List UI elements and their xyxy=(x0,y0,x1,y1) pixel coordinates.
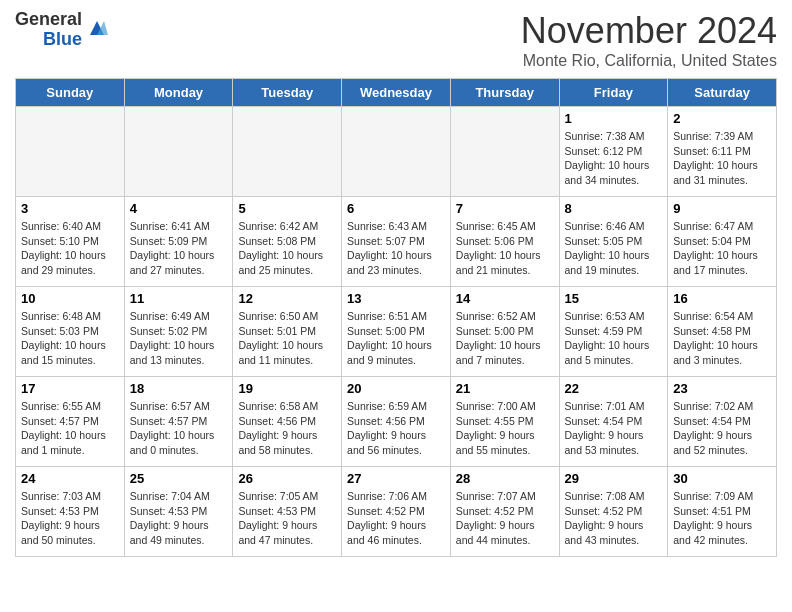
day-number: 24 xyxy=(21,471,119,486)
day-info: Sunrise: 6:51 AM Sunset: 5:00 PM Dayligh… xyxy=(347,309,445,368)
day-info: Sunrise: 6:59 AM Sunset: 4:56 PM Dayligh… xyxy=(347,399,445,458)
calendar-header-row: SundayMondayTuesdayWednesdayThursdayFrid… xyxy=(16,79,777,107)
calendar-cell: 5Sunrise: 6:42 AM Sunset: 5:08 PM Daylig… xyxy=(233,197,342,287)
calendar-cell: 10Sunrise: 6:48 AM Sunset: 5:03 PM Dayli… xyxy=(16,287,125,377)
day-info: Sunrise: 6:40 AM Sunset: 5:10 PM Dayligh… xyxy=(21,219,119,278)
calendar-cell: 25Sunrise: 7:04 AM Sunset: 4:53 PM Dayli… xyxy=(124,467,233,557)
col-header-thursday: Thursday xyxy=(450,79,559,107)
logo: General Blue xyxy=(15,10,108,50)
calendar-week-row: 1Sunrise: 7:38 AM Sunset: 6:12 PM Daylig… xyxy=(16,107,777,197)
day-number: 19 xyxy=(238,381,336,396)
day-info: Sunrise: 6:41 AM Sunset: 5:09 PM Dayligh… xyxy=(130,219,228,278)
day-number: 10 xyxy=(21,291,119,306)
day-number: 6 xyxy=(347,201,445,216)
day-number: 17 xyxy=(21,381,119,396)
day-info: Sunrise: 7:00 AM Sunset: 4:55 PM Dayligh… xyxy=(456,399,554,458)
day-number: 4 xyxy=(130,201,228,216)
calendar-cell xyxy=(233,107,342,197)
day-number: 28 xyxy=(456,471,554,486)
day-number: 8 xyxy=(565,201,663,216)
day-info: Sunrise: 7:05 AM Sunset: 4:53 PM Dayligh… xyxy=(238,489,336,548)
day-info: Sunrise: 6:42 AM Sunset: 5:08 PM Dayligh… xyxy=(238,219,336,278)
day-info: Sunrise: 7:09 AM Sunset: 4:51 PM Dayligh… xyxy=(673,489,771,548)
day-info: Sunrise: 6:54 AM Sunset: 4:58 PM Dayligh… xyxy=(673,309,771,368)
day-info: Sunrise: 6:49 AM Sunset: 5:02 PM Dayligh… xyxy=(130,309,228,368)
day-info: Sunrise: 6:46 AM Sunset: 5:05 PM Dayligh… xyxy=(565,219,663,278)
day-number: 30 xyxy=(673,471,771,486)
day-info: Sunrise: 6:47 AM Sunset: 5:04 PM Dayligh… xyxy=(673,219,771,278)
day-number: 5 xyxy=(238,201,336,216)
calendar-cell: 30Sunrise: 7:09 AM Sunset: 4:51 PM Dayli… xyxy=(668,467,777,557)
day-number: 12 xyxy=(238,291,336,306)
day-number: 1 xyxy=(565,111,663,126)
calendar-cell: 14Sunrise: 6:52 AM Sunset: 5:00 PM Dayli… xyxy=(450,287,559,377)
location-title: Monte Rio, California, United States xyxy=(521,52,777,70)
day-number: 27 xyxy=(347,471,445,486)
calendar-cell: 19Sunrise: 6:58 AM Sunset: 4:56 PM Dayli… xyxy=(233,377,342,467)
day-info: Sunrise: 6:52 AM Sunset: 5:00 PM Dayligh… xyxy=(456,309,554,368)
day-info: Sunrise: 6:50 AM Sunset: 5:01 PM Dayligh… xyxy=(238,309,336,368)
calendar-cell: 21Sunrise: 7:00 AM Sunset: 4:55 PM Dayli… xyxy=(450,377,559,467)
calendar-cell: 1Sunrise: 7:38 AM Sunset: 6:12 PM Daylig… xyxy=(559,107,668,197)
calendar-cell xyxy=(342,107,451,197)
calendar-cell: 4Sunrise: 6:41 AM Sunset: 5:09 PM Daylig… xyxy=(124,197,233,287)
calendar-cell: 17Sunrise: 6:55 AM Sunset: 4:57 PM Dayli… xyxy=(16,377,125,467)
col-header-wednesday: Wednesday xyxy=(342,79,451,107)
calendar-week-row: 3Sunrise: 6:40 AM Sunset: 5:10 PM Daylig… xyxy=(16,197,777,287)
day-info: Sunrise: 6:43 AM Sunset: 5:07 PM Dayligh… xyxy=(347,219,445,278)
calendar-cell: 24Sunrise: 7:03 AM Sunset: 4:53 PM Dayli… xyxy=(16,467,125,557)
calendar-cell: 3Sunrise: 6:40 AM Sunset: 5:10 PM Daylig… xyxy=(16,197,125,287)
col-header-sunday: Sunday xyxy=(16,79,125,107)
day-number: 23 xyxy=(673,381,771,396)
calendar-cell: 23Sunrise: 7:02 AM Sunset: 4:54 PM Dayli… xyxy=(668,377,777,467)
calendar-week-row: 10Sunrise: 6:48 AM Sunset: 5:03 PM Dayli… xyxy=(16,287,777,377)
day-info: Sunrise: 6:48 AM Sunset: 5:03 PM Dayligh… xyxy=(21,309,119,368)
day-number: 18 xyxy=(130,381,228,396)
day-number: 3 xyxy=(21,201,119,216)
calendar-cell: 27Sunrise: 7:06 AM Sunset: 4:52 PM Dayli… xyxy=(342,467,451,557)
col-header-monday: Monday xyxy=(124,79,233,107)
title-section: November 2024 Monte Rio, California, Uni… xyxy=(521,10,777,70)
day-info: Sunrise: 6:57 AM Sunset: 4:57 PM Dayligh… xyxy=(130,399,228,458)
day-info: Sunrise: 6:58 AM Sunset: 4:56 PM Dayligh… xyxy=(238,399,336,458)
month-title: November 2024 xyxy=(521,10,777,52)
calendar-cell: 2Sunrise: 7:39 AM Sunset: 6:11 PM Daylig… xyxy=(668,107,777,197)
day-info: Sunrise: 7:04 AM Sunset: 4:53 PM Dayligh… xyxy=(130,489,228,548)
calendar-cell: 7Sunrise: 6:45 AM Sunset: 5:06 PM Daylig… xyxy=(450,197,559,287)
day-info: Sunrise: 6:55 AM Sunset: 4:57 PM Dayligh… xyxy=(21,399,119,458)
day-info: Sunrise: 7:07 AM Sunset: 4:52 PM Dayligh… xyxy=(456,489,554,548)
calendar-cell: 15Sunrise: 6:53 AM Sunset: 4:59 PM Dayli… xyxy=(559,287,668,377)
calendar-cell: 28Sunrise: 7:07 AM Sunset: 4:52 PM Dayli… xyxy=(450,467,559,557)
day-info: Sunrise: 7:03 AM Sunset: 4:53 PM Dayligh… xyxy=(21,489,119,548)
logo-blue: Blue xyxy=(43,30,82,50)
logo-icon xyxy=(86,17,108,39)
day-number: 25 xyxy=(130,471,228,486)
calendar-cell xyxy=(450,107,559,197)
day-number: 29 xyxy=(565,471,663,486)
calendar-cell: 12Sunrise: 6:50 AM Sunset: 5:01 PM Dayli… xyxy=(233,287,342,377)
calendar-week-row: 24Sunrise: 7:03 AM Sunset: 4:53 PM Dayli… xyxy=(16,467,777,557)
calendar-cell: 18Sunrise: 6:57 AM Sunset: 4:57 PM Dayli… xyxy=(124,377,233,467)
day-info: Sunrise: 7:06 AM Sunset: 4:52 PM Dayligh… xyxy=(347,489,445,548)
calendar-cell: 9Sunrise: 6:47 AM Sunset: 5:04 PM Daylig… xyxy=(668,197,777,287)
calendar-cell: 29Sunrise: 7:08 AM Sunset: 4:52 PM Dayli… xyxy=(559,467,668,557)
day-info: Sunrise: 6:45 AM Sunset: 5:06 PM Dayligh… xyxy=(456,219,554,278)
day-number: 11 xyxy=(130,291,228,306)
calendar-cell: 6Sunrise: 6:43 AM Sunset: 5:07 PM Daylig… xyxy=(342,197,451,287)
calendar-cell xyxy=(16,107,125,197)
day-number: 13 xyxy=(347,291,445,306)
day-info: Sunrise: 7:01 AM Sunset: 4:54 PM Dayligh… xyxy=(565,399,663,458)
day-info: Sunrise: 7:39 AM Sunset: 6:11 PM Dayligh… xyxy=(673,129,771,188)
calendar-cell: 26Sunrise: 7:05 AM Sunset: 4:53 PM Dayli… xyxy=(233,467,342,557)
day-info: Sunrise: 6:53 AM Sunset: 4:59 PM Dayligh… xyxy=(565,309,663,368)
day-number: 14 xyxy=(456,291,554,306)
day-number: 26 xyxy=(238,471,336,486)
day-number: 16 xyxy=(673,291,771,306)
calendar-week-row: 17Sunrise: 6:55 AM Sunset: 4:57 PM Dayli… xyxy=(16,377,777,467)
calendar-cell: 22Sunrise: 7:01 AM Sunset: 4:54 PM Dayli… xyxy=(559,377,668,467)
day-info: Sunrise: 7:38 AM Sunset: 6:12 PM Dayligh… xyxy=(565,129,663,188)
calendar-cell: 13Sunrise: 6:51 AM Sunset: 5:00 PM Dayli… xyxy=(342,287,451,377)
col-header-friday: Friday xyxy=(559,79,668,107)
calendar-cell xyxy=(124,107,233,197)
day-number: 7 xyxy=(456,201,554,216)
